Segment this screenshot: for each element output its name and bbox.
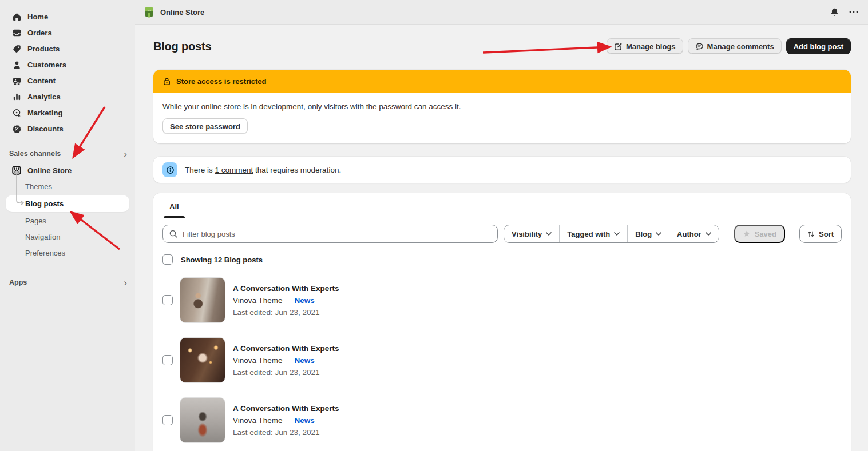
sidebar-section-sales-channels[interactable]: Sales channels › [0, 146, 135, 162]
sidebar-item-analytics[interactable]: Analytics [0, 89, 135, 105]
info-icon [162, 162, 177, 177]
blog-post-last-edited: Last edited: Jun 23, 2021 [233, 428, 339, 437]
online-store-subnav: Themes Blog posts Pages Navigation Prefe… [0, 178, 135, 261]
sidebar-item-discounts[interactable]: Discounts [0, 121, 135, 137]
store-access-banner-header: Store access is restricted [153, 70, 851, 93]
see-store-password-button[interactable]: See store password [162, 118, 248, 134]
comment-moderation-link[interactable]: 1 comment [215, 166, 253, 174]
chevron-down-icon [546, 232, 552, 236]
blog-posts-card: All Visibility Tagged with [153, 193, 851, 451]
list-summary-row: Showing 12 Blog posts [153, 249, 851, 270]
storefront-icon [11, 165, 22, 175]
sidebar-item-label: Orders [27, 29, 52, 37]
sidebar-item-products[interactable]: Products [0, 41, 135, 57]
blog-post-last-edited: Last edited: Jun 23, 2021 [233, 368, 339, 377]
row-checkbox[interactable] [162, 415, 173, 425]
page-header: Blog posts Manage blogs Manage comments … [153, 38, 851, 54]
moderation-info-banner: There is 1 comment that requires moderat… [153, 157, 851, 183]
sidebar-item-content[interactable]: Content [0, 73, 135, 89]
blog-post-thumbnail [180, 277, 225, 323]
sidebar-item-label: Customers [27, 61, 66, 69]
discount-icon [11, 123, 22, 134]
sidebar-item-label: Marketing [27, 109, 62, 117]
search-icon [169, 229, 178, 238]
row-checkbox[interactable] [162, 295, 173, 305]
orders-icon [11, 27, 22, 38]
sidebar-item-label: Analytics [27, 93, 61, 101]
notifications-bell-icon[interactable] [830, 7, 839, 17]
sidebar-item-orders[interactable]: Orders [0, 25, 135, 41]
filter-blog-posts-input[interactable] [162, 225, 498, 243]
tab-all[interactable]: All [162, 198, 186, 218]
showing-count-label: Showing 12 Blog posts [181, 256, 263, 264]
blog-post-last-edited: Last edited: Jun 23, 2021 [233, 308, 339, 317]
sidebar-item-pages[interactable]: Pages [0, 213, 135, 229]
comment-bubble-icon [695, 42, 704, 51]
select-all-checkbox[interactable] [162, 254, 173, 265]
sidebar-item-customers[interactable]: Customers [0, 57, 135, 73]
saved-button[interactable]: Saved [734, 225, 785, 243]
manage-comments-button[interactable]: Manage comments [688, 38, 782, 54]
sidebar-item-home[interactable]: Home [0, 9, 135, 25]
filter-group: Visibility Tagged with Blog Author [504, 225, 719, 243]
blog-post-thumbnail [180, 397, 225, 443]
lock-icon [162, 77, 171, 86]
sidebar-section-apps[interactable]: Apps › [0, 274, 135, 290]
person-icon [11, 59, 22, 70]
tag-icon [11, 43, 22, 54]
target-icon [11, 107, 22, 118]
sidebar-item-label: Online Store [27, 166, 72, 175]
star-icon [743, 230, 751, 238]
store-access-banner: Store access is restricted While your on… [153, 70, 851, 143]
sidebar-item-label: Products [27, 45, 60, 53]
sidebar-item-navigation[interactable]: Navigation [0, 229, 135, 245]
chevron-down-icon [614, 232, 620, 236]
blog-post-row[interactable]: A Conversation With Experts Vinova Theme… [153, 390, 851, 450]
manage-blogs-button[interactable]: Manage blogs [607, 38, 683, 54]
topbar-app-name: Online Store [160, 8, 204, 17]
page-content: Blog posts Manage blogs Manage comments … [135, 25, 868, 451]
blog-link[interactable]: News [295, 356, 315, 365]
more-options-icon[interactable] [849, 10, 859, 14]
author-filter[interactable]: Author [669, 225, 719, 242]
sidebar-item-themes[interactable]: Themes [0, 178, 135, 194]
chevron-right-icon: › [124, 149, 127, 159]
content-icon [11, 75, 22, 86]
sidebar-item-label: Content [27, 77, 56, 85]
bar-chart-icon [11, 91, 22, 102]
blog-post-title[interactable]: A Conversation With Experts [233, 404, 339, 413]
chevron-down-icon [656, 232, 661, 236]
blog-post-title[interactable]: A Conversation With Experts [233, 284, 339, 293]
chevron-down-icon [706, 232, 711, 236]
sort-button[interactable]: Sort [799, 225, 842, 243]
topbar: Online Store [135, 0, 868, 25]
row-checkbox[interactable] [162, 355, 173, 365]
tagged-with-filter[interactable]: Tagged with [559, 225, 627, 242]
sidebar-item-label: Home [27, 13, 48, 21]
blog-post-byline: Vinova Theme — News [233, 416, 339, 425]
blog-link[interactable]: News [295, 296, 315, 305]
store-access-banner-title: Store access is restricted [176, 77, 267, 86]
blog-filter[interactable]: Blog [627, 225, 669, 242]
store-access-banner-text: While your online store is in developmen… [162, 102, 842, 111]
blog-post-title[interactable]: A Conversation With Experts [233, 344, 339, 353]
sidebar-item-preferences[interactable]: Preferences [0, 245, 135, 261]
chevron-right-icon: › [124, 278, 127, 288]
app-window: Home Orders Products Customers Content A… [0, 0, 868, 451]
sidebar-item-label: Discounts [27, 125, 64, 133]
blog-link[interactable]: News [295, 416, 315, 425]
add-blog-post-button[interactable]: Add blog post [786, 38, 851, 54]
sidebar-item-marketing[interactable]: Marketing [0, 105, 135, 121]
sidebar-item-online-store[interactable]: Online Store [0, 162, 135, 178]
blog-post-row[interactable]: A Conversation With Experts Vinova Theme… [153, 330, 851, 390]
edit-compose-icon [614, 42, 623, 51]
blog-post-byline: Vinova Theme — News [233, 356, 339, 365]
tabs-bar: All [153, 193, 851, 218]
main-area: Online Store Blog posts Manage blogs Man… [135, 0, 868, 451]
online-store-logo-icon [143, 6, 155, 18]
moderation-message: There is 1 comment that requires moderat… [185, 166, 341, 174]
sidebar-item-blog-posts[interactable]: Blog posts [6, 195, 129, 212]
blog-post-thumbnail [180, 337, 225, 383]
blog-post-row[interactable]: A Conversation With Experts Vinova Theme… [153, 270, 851, 330]
visibility-filter[interactable]: Visibility [504, 225, 559, 242]
